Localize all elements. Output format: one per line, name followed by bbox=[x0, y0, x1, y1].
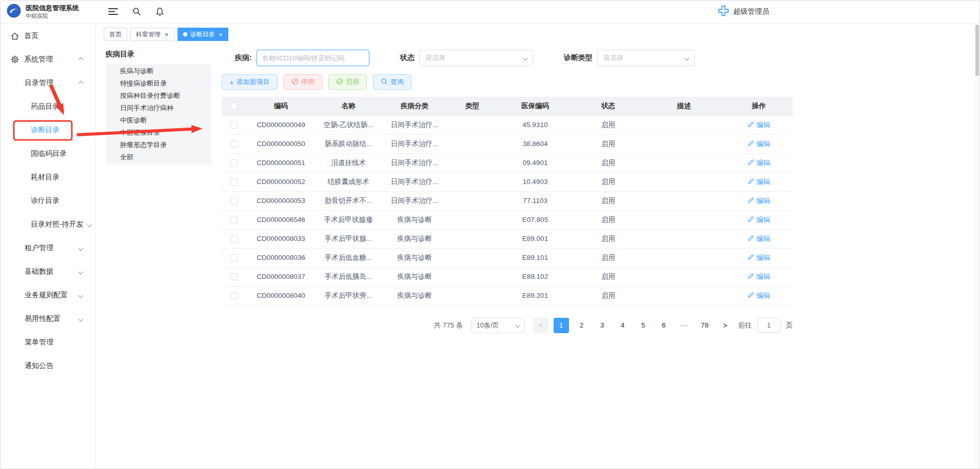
tab-label: 首页 bbox=[109, 30, 122, 39]
status-select[interactable]: 请选择 bbox=[419, 50, 533, 66]
table-row: CD0000006546 手术后甲状腺瘘 疾病与诊断 E07.805 启用 编辑 bbox=[222, 210, 793, 229]
cell-category: 日间手术治疗... bbox=[381, 115, 448, 134]
cell-category: 日间手术治疗... bbox=[381, 191, 448, 210]
notification-bell-icon[interactable] bbox=[155, 7, 164, 16]
vertical-scrollbar[interactable] bbox=[975, 25, 979, 468]
edit-button[interactable]: 编辑 bbox=[748, 177, 770, 187]
sidebar-item-system-mgmt[interactable]: 系统管理 bbox=[0, 48, 95, 71]
sidebar-item-business-rules[interactable]: 业务规则配置 bbox=[0, 283, 95, 307]
sidebar-item-diagnosis-catalog[interactable]: 诊断目录 bbox=[0, 118, 95, 142]
cell-type bbox=[448, 134, 497, 153]
catalog-item-special-chronic[interactable]: 特慢病诊断目录 bbox=[106, 77, 211, 90]
table-row: CD0000000052 结膜囊成形术 日间手术治疗... 10.4903 启用… bbox=[222, 172, 793, 191]
row-checkbox[interactable] bbox=[230, 197, 238, 205]
row-checkbox[interactable] bbox=[230, 235, 238, 242]
sidebar-item-menu-mgmt[interactable]: 菜单管理 bbox=[0, 331, 95, 354]
tab-home[interactable]: 首页 bbox=[104, 28, 127, 41]
select-all-checkbox[interactable] bbox=[230, 103, 238, 110]
cell-status: 启用 bbox=[574, 134, 643, 153]
catalog-item-tcm-syndrome[interactable]: 中医证候目录 bbox=[106, 127, 211, 139]
edit-pencil-icon bbox=[748, 197, 754, 205]
catalog-item-disease-diagnosis[interactable]: 疾病与诊断 bbox=[106, 65, 211, 77]
collapse-menu-icon[interactable] bbox=[108, 8, 118, 15]
edit-button[interactable]: 编辑 bbox=[748, 215, 770, 225]
page-size-select[interactable]: 10条/页 bbox=[472, 318, 525, 333]
add-item-button[interactable]: + 添加新项目 bbox=[222, 74, 278, 90]
sidebar-item-treatment-catalog[interactable]: 诊疗目录 bbox=[0, 189, 95, 213]
sidebar-item-home[interactable]: 首页 bbox=[0, 24, 95, 48]
app-title: 医院信息管理系统 bbox=[26, 4, 79, 12]
row-checkbox[interactable] bbox=[230, 273, 238, 280]
diagnosis-type-select[interactable]: 请选择 bbox=[597, 50, 695, 66]
enable-button[interactable]: 启用 bbox=[328, 74, 367, 90]
sidebar-item-drug-catalog[interactable]: 药品目录 bbox=[0, 95, 95, 118]
catalog-item-tcm-diagnosis[interactable]: 中医诊断 bbox=[106, 114, 211, 127]
catalog-item-drg-payment[interactable]: 按病种目录付费诊断 bbox=[106, 90, 211, 102]
chevron-down-icon bbox=[87, 222, 92, 227]
catalog-item-tumor-morphology[interactable]: 肿瘤形态学目录 bbox=[106, 139, 211, 151]
row-checkbox[interactable] bbox=[230, 178, 238, 186]
page-button[interactable]: 4 bbox=[615, 318, 631, 333]
sidebar-item-consumables-catalog[interactable]: 耗材目录 bbox=[0, 166, 95, 189]
row-checkbox[interactable] bbox=[230, 292, 238, 299]
sidebar-item-usability-config[interactable]: 易用性配置 bbox=[0, 307, 95, 331]
sidebar-item-base-data[interactable]: 基础数据 bbox=[0, 260, 95, 283]
sidebar-item-catalog-mapping[interactable]: 目录对照-待开发 bbox=[0, 213, 95, 236]
disable-button[interactable]: 停用 bbox=[284, 74, 322, 90]
edit-label: 编辑 bbox=[756, 120, 770, 130]
catalog-item-all[interactable]: 全部 bbox=[106, 151, 211, 164]
goto-page-input[interactable] bbox=[757, 318, 781, 333]
close-icon[interactable]: × bbox=[165, 31, 169, 38]
edit-label: 编辑 bbox=[756, 196, 770, 206]
tab-department-mgmt[interactable]: 科室管理 × bbox=[130, 28, 174, 41]
row-checkbox[interactable] bbox=[230, 159, 238, 167]
sidebar-item-tenant-mgmt[interactable]: 租户管理 bbox=[0, 236, 95, 260]
user-menu[interactable]: 超级管理员 bbox=[717, 0, 769, 24]
tab-diagnosis-catalog[interactable]: 诊断目录 × bbox=[178, 28, 229, 41]
page-button[interactable]: 1 bbox=[554, 318, 569, 333]
row-checkbox[interactable] bbox=[230, 140, 238, 148]
cell-medicare: 77.1103 bbox=[497, 191, 574, 210]
page-button[interactable]: 3 bbox=[595, 318, 610, 333]
disease-search-input[interactable] bbox=[257, 50, 369, 66]
chevron-up-icon bbox=[79, 81, 84, 86]
edit-button[interactable]: 编辑 bbox=[748, 253, 770, 262]
query-button[interactable]: 查询 bbox=[373, 74, 411, 90]
edit-button[interactable]: 编辑 bbox=[748, 234, 770, 243]
sidebar-item-notice[interactable]: 通知公告 bbox=[0, 354, 95, 378]
disable-label: 停用 bbox=[301, 77, 315, 87]
pager-ellipsis-icon[interactable]: ··· bbox=[677, 318, 692, 333]
page-button[interactable]: 6 bbox=[656, 318, 672, 333]
close-icon[interactable]: × bbox=[219, 31, 223, 38]
edit-button[interactable]: 编辑 bbox=[748, 120, 770, 130]
cell-medicare: E07.805 bbox=[497, 210, 574, 229]
edit-button[interactable]: 编辑 bbox=[748, 196, 770, 206]
search-icon[interactable] bbox=[132, 7, 141, 16]
catalog-item-day-surgery[interactable]: 日间手术治疗病种 bbox=[106, 102, 211, 114]
medical-cross-icon bbox=[717, 5, 730, 19]
home-icon bbox=[11, 32, 19, 40]
row-checkbox[interactable] bbox=[230, 121, 238, 129]
edit-button[interactable]: 编辑 bbox=[748, 139, 770, 149]
page-button[interactable]: 78 bbox=[697, 318, 713, 333]
row-checkbox[interactable] bbox=[230, 254, 238, 261]
edit-pencil-icon bbox=[748, 273, 754, 281]
row-checkbox[interactable] bbox=[230, 216, 238, 223]
cell-code: CD0000000049 bbox=[246, 115, 316, 134]
sidebar-item-label: 租户管理 bbox=[25, 243, 53, 253]
edit-button[interactable]: 编辑 bbox=[748, 272, 770, 281]
next-page-button[interactable]: > bbox=[718, 318, 733, 333]
scrollbar-thumb[interactable] bbox=[975, 25, 979, 76]
page-button[interactable]: 5 bbox=[636, 318, 651, 333]
edit-button[interactable]: 编辑 bbox=[748, 158, 770, 168]
prev-page-button[interactable]: < bbox=[533, 318, 548, 333]
page-button[interactable]: 2 bbox=[574, 318, 590, 333]
sidebar-item-national-code-catalog[interactable]: 国临码目录 bbox=[0, 142, 95, 166]
edit-button[interactable]: 编辑 bbox=[748, 291, 770, 300]
sidebar-item-catalog-mgmt[interactable]: 目录管理 bbox=[0, 71, 95, 95]
cell-medicare: 38.8604 bbox=[497, 134, 574, 153]
cell-description bbox=[643, 134, 725, 153]
chevron-down-icon bbox=[684, 55, 689, 60]
app-logo-icon bbox=[6, 3, 22, 21]
user-name: 超级管理员 bbox=[733, 7, 769, 16]
